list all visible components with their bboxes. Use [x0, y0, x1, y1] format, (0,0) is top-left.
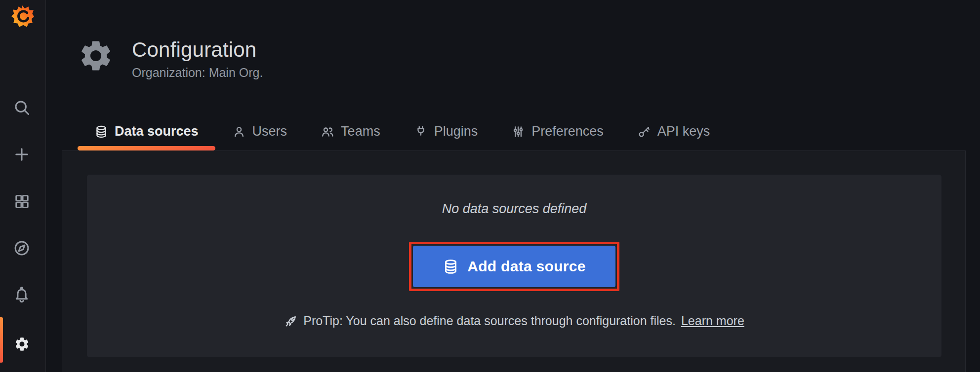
- sidebar-item-search[interactable]: [11, 97, 33, 118]
- user-icon: [232, 125, 246, 139]
- rocket-icon: [284, 314, 298, 328]
- tab-api-keys[interactable]: API keys: [620, 112, 727, 150]
- alerting-bell-icon: [13, 286, 31, 304]
- tab-teams[interactable]: Teams: [304, 112, 397, 150]
- protip-text: ProTip: You can also define data sources…: [303, 314, 676, 328]
- highlight-annotation: Add data source: [409, 242, 619, 291]
- tab-label: Plugins: [434, 124, 478, 139]
- page-header-gear-icon: [78, 37, 114, 74]
- database-icon: [94, 125, 108, 139]
- users-icon: [321, 125, 334, 139]
- sidebar-item-alerting[interactable]: [11, 284, 33, 306]
- add-data-source-label: Add data source: [467, 258, 586, 275]
- add-data-source-button[interactable]: Add data source: [413, 246, 615, 287]
- search-icon: [13, 99, 31, 116]
- protip-row: ProTip: You can also define data sources…: [284, 314, 744, 328]
- empty-state-message: No data sources defined: [442, 200, 587, 217]
- tab-bar: Data sources Users Teams: [78, 112, 727, 150]
- sidebar: [0, 0, 46, 372]
- grafana-app: Configuration Organization: Main Org. Da…: [0, 0, 980, 372]
- grafana-logo[interactable]: [8, 5, 37, 29]
- sidebar-item-explore[interactable]: [11, 237, 33, 259]
- sidebar-item-create[interactable]: [11, 144, 33, 165]
- content-panel: No data sources defined Add data source: [62, 150, 966, 372]
- database-icon: [443, 259, 459, 275]
- sliders-icon: [511, 125, 525, 139]
- tab-data-sources[interactable]: Data sources: [78, 112, 215, 150]
- tab-plugins[interactable]: Plugins: [397, 112, 495, 150]
- tab-users[interactable]: Users: [215, 112, 304, 150]
- page-subtitle: Organization: Main Org.: [132, 66, 263, 80]
- tab-label: Preferences: [531, 124, 604, 139]
- tab-label: Users: [252, 124, 287, 139]
- explore-compass-icon: [13, 239, 31, 257]
- empty-state-box: No data sources defined Add data source: [87, 175, 941, 357]
- tab-preferences[interactable]: Preferences: [494, 112, 620, 150]
- sidebar-active-indicator: [0, 317, 3, 363]
- grafana-flame-icon: [8, 5, 37, 29]
- sidebar-item-dashboards[interactable]: [11, 190, 33, 212]
- configuration-gear-icon: [14, 336, 30, 352]
- learn-more-link[interactable]: Learn more: [681, 314, 744, 328]
- tab-label: API keys: [657, 124, 710, 139]
- main-content: Configuration Organization: Main Org. Da…: [46, 0, 980, 372]
- tab-label: Teams: [341, 124, 380, 139]
- page-title: Configuration: [132, 38, 256, 62]
- key-icon: [637, 125, 651, 139]
- tab-label: Data sources: [115, 124, 199, 139]
- plug-icon: [414, 125, 428, 139]
- plus-icon: [13, 146, 31, 163]
- sidebar-item-configuration[interactable]: [11, 333, 33, 355]
- dashboards-grid-icon: [14, 193, 30, 210]
